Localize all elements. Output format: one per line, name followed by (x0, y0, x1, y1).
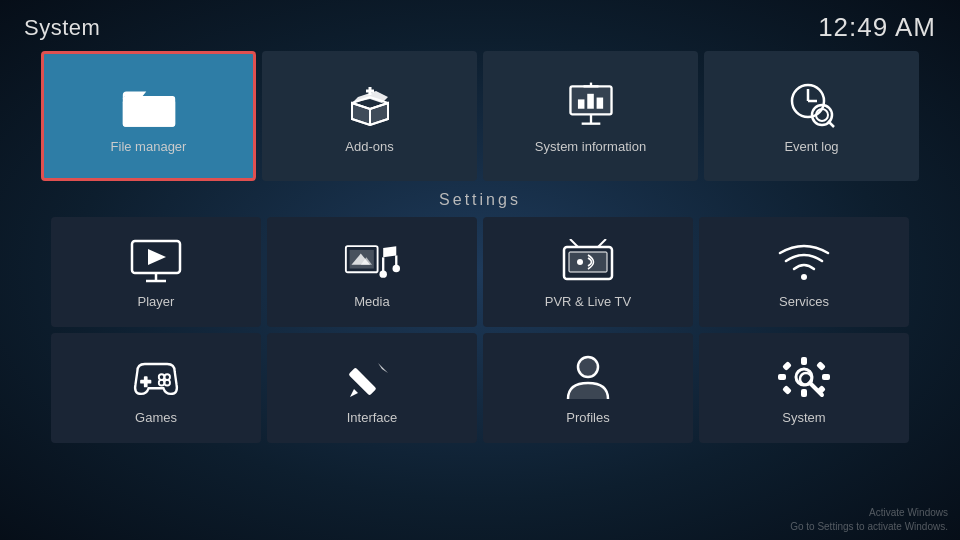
tile-system-information-label: System information (535, 139, 646, 154)
system-icon (776, 352, 832, 404)
tile-media[interactable]: Media (267, 217, 477, 327)
tile-file-manager[interactable]: File manager (41, 51, 256, 181)
svg-rect-9 (577, 99, 584, 108)
svg-point-45 (164, 379, 170, 385)
tile-pvr-live-tv-label: PVR & Live TV (545, 294, 631, 309)
tile-games[interactable]: Games (51, 333, 261, 443)
kodi-system-page: System 12:49 AM File manager (0, 0, 960, 540)
system-information-icon (563, 79, 619, 131)
tile-event-log[interactable]: Event log (704, 51, 919, 181)
tile-profiles-label: Profiles (566, 410, 609, 425)
pvr-live-tv-icon (560, 236, 616, 288)
svg-rect-55 (778, 374, 786, 380)
svg-rect-42 (140, 379, 151, 383)
profiles-icon (560, 352, 616, 404)
svg-rect-57 (782, 361, 792, 371)
settings-header: Settings (0, 181, 960, 217)
settings-row-2: Games Interface (0, 333, 960, 443)
tile-media-label: Media (354, 294, 389, 309)
tile-services[interactable]: Services (699, 217, 909, 327)
tile-player-label: Player (138, 294, 175, 309)
svg-rect-10 (587, 93, 594, 108)
clock: 12:49 AM (818, 12, 936, 43)
svg-point-33 (393, 264, 400, 271)
tile-event-log-label: Event log (784, 139, 838, 154)
tile-system-information[interactable]: System information (483, 51, 698, 181)
top-tiles-row: File manager (0, 51, 960, 181)
games-icon (128, 352, 184, 404)
svg-rect-56 (822, 374, 830, 380)
svg-point-32 (379, 270, 386, 277)
tile-interface-label: Interface (347, 410, 398, 425)
svg-rect-53 (801, 357, 807, 365)
tile-system-label: System (782, 410, 825, 425)
svg-point-39 (577, 259, 583, 265)
svg-rect-59 (782, 385, 792, 395)
services-icon (776, 236, 832, 288)
tile-services-label: Services (779, 294, 829, 309)
svg-rect-54 (801, 389, 807, 397)
header: System 12:49 AM (0, 0, 960, 51)
tile-player[interactable]: Player (51, 217, 261, 327)
svg-point-40 (801, 274, 807, 280)
windows-watermark: Activate Windows Go to Settings to activ… (790, 506, 948, 534)
tile-add-ons[interactable]: Add-ons (262, 51, 477, 181)
svg-point-46 (159, 374, 165, 380)
windows-watermark-line2: Go to Settings to activate Windows. (790, 520, 948, 534)
file-manager-icon (121, 79, 177, 131)
tile-profiles[interactable]: Profiles (483, 333, 693, 443)
svg-rect-1 (122, 99, 174, 126)
windows-watermark-line1: Activate Windows (790, 506, 948, 520)
svg-marker-23 (148, 249, 166, 265)
tile-system[interactable]: System (699, 333, 909, 443)
tile-games-label: Games (135, 410, 177, 425)
media-icon (344, 236, 400, 288)
svg-line-21 (828, 121, 834, 127)
event-log-icon (784, 79, 840, 131)
tile-pvr-live-tv[interactable]: PVR & Live TV (483, 217, 693, 327)
interface-icon (344, 352, 400, 404)
player-icon (128, 236, 184, 288)
settings-row-1: Player Media (0, 217, 960, 327)
tile-interface[interactable]: Interface (267, 333, 477, 443)
svg-rect-11 (596, 97, 603, 108)
tile-add-ons-label: Add-ons (345, 139, 393, 154)
add-ons-icon (342, 79, 398, 131)
tile-file-manager-label: File manager (111, 139, 187, 154)
svg-rect-58 (816, 361, 826, 371)
svg-point-51 (578, 357, 598, 377)
page-title: System (24, 15, 100, 41)
